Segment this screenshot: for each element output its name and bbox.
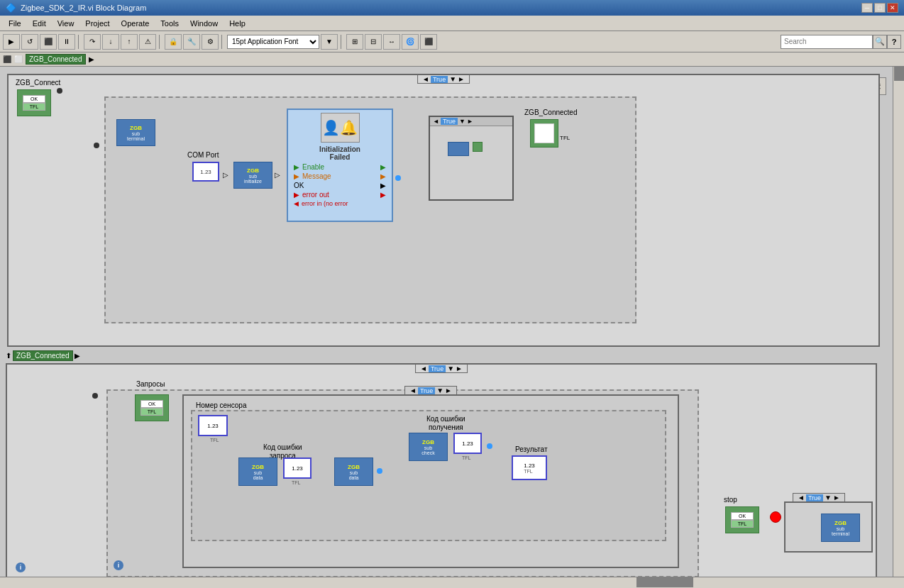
- step-out[interactable]: ↑: [121, 34, 138, 50]
- app-icon: 🔷: [6, 3, 16, 13]
- minimize-button[interactable]: ─: [861, 3, 873, 13]
- loop-upper: ◄ True ▼ ► ZGB_Connect OK TFL ZGB sub te…: [7, 74, 880, 347]
- sep1: [78, 35, 81, 49]
- tools-btn[interactable]: 🔧: [183, 34, 200, 50]
- menu-tools[interactable]: Tools: [155, 18, 184, 29]
- bc-home-icon[interactable]: ⬛: [3, 55, 11, 63]
- zgb-init-block[interactable]: ZGB sub initialize: [233, 162, 272, 189]
- menu-bar: File Edit View Project Operate Tools Win…: [0, 16, 904, 31]
- bc-lower-arrow: ▶: [75, 352, 80, 360]
- init-failed-message: ▶Message▶: [288, 172, 392, 181]
- pause-button[interactable]: ⏸: [58, 34, 75, 50]
- retain-btn[interactable]: 🔒: [165, 34, 182, 50]
- stop-ok: OK: [731, 512, 754, 520]
- close-button[interactable]: ✕: [887, 3, 898, 13]
- info-icon-inner: i: [114, 560, 123, 570]
- menu-view[interactable]: View: [52, 18, 80, 29]
- init-failed-icon-area: 👤🔔: [288, 113, 392, 143]
- tf-tri-left: ◄: [409, 387, 417, 394]
- bc-zgb-connected-upper[interactable]: ZGB_Connected: [26, 54, 86, 65]
- scrollbar-bottom[interactable]: [0, 577, 904, 588]
- case-true-badge[interactable]: True: [441, 118, 458, 125]
- true-frame-lower-header: ◄ True ▼ ►: [404, 386, 457, 395]
- sep3: [221, 35, 224, 49]
- align-btn[interactable]: ⊞: [346, 34, 363, 50]
- zgb-terminal-block[interactable]: ZGB sub terminal: [116, 119, 155, 146]
- menu-help[interactable]: Help: [224, 18, 251, 29]
- wire-node-upper-left: [94, 143, 99, 148]
- maximize-button[interactable]: □: [874, 3, 886, 13]
- step-over[interactable]: ↷: [84, 34, 101, 50]
- zgb-connected-block[interactable]: [530, 119, 558, 148]
- dist-btn[interactable]: ⊟: [365, 34, 382, 50]
- title-bar-controls[interactable]: ─ □ ✕: [861, 3, 898, 13]
- help-button[interactable]: ?: [887, 35, 901, 49]
- scrollbar-thumb-right[interactable]: [894, 67, 904, 81]
- result-block[interactable]: 1.23 TFL: [512, 455, 547, 480]
- scrollbar-thumb-bottom[interactable]: [636, 577, 693, 587]
- err-get-num-block[interactable]: 1.23: [453, 433, 482, 454]
- loop-upper-header: ◄ True ▼ ►: [417, 74, 470, 84]
- tf-tri-down: ▼: [436, 387, 443, 394]
- menu-project[interactable]: Project: [79, 18, 115, 29]
- run-cont-button[interactable]: ↺: [21, 34, 38, 50]
- menu-file[interactable]: File: [3, 18, 27, 29]
- search-button[interactable]: 🔍: [873, 35, 887, 49]
- true-badge-upper[interactable]: True: [431, 76, 448, 83]
- order-btn[interactable]: 🌀: [402, 34, 419, 50]
- zgb-check-block[interactable]: ZGB sub check: [409, 433, 448, 461]
- result-label: Результат: [515, 445, 547, 453]
- zgb-data-block[interactable]: ZGB sub data: [334, 457, 373, 486]
- init-failed-error-in: ◀error in (no error: [288, 199, 392, 208]
- sensor-num-block[interactable]: 1.23: [198, 415, 228, 436]
- zgb-connected-tfl: TFL: [560, 135, 570, 141]
- menu-edit[interactable]: Edit: [27, 18, 52, 29]
- init-failed-block[interactable]: 👤🔔 InitializationFailed ▶Enable▶ ▶Messag…: [287, 109, 393, 222]
- title-bar-left: 🔷 Zigbee_SDK_2_IR.vi Block Diagram: [6, 3, 146, 13]
- stop-true-header: ◄ True ▼ ►: [793, 493, 845, 502]
- stop-block[interactable]: OK TFL: [725, 506, 759, 533]
- font-drop[interactable]: ▼: [321, 34, 338, 50]
- wire-arrow-2: ▷: [275, 171, 280, 179]
- lower-true-badge[interactable]: True: [429, 365, 446, 372]
- run-button[interactable]: ▶: [3, 34, 20, 50]
- com-port-block[interactable]: 1.23: [192, 162, 219, 182]
- tri-right-icon: ►: [458, 75, 465, 83]
- config-btn[interactable]: ⚙: [202, 34, 219, 50]
- menu-window[interactable]: Window: [184, 18, 224, 29]
- zgb-connect-tfl: TFL: [23, 103, 45, 111]
- zgb-connect-ok: OK: [23, 95, 45, 103]
- inner-frame-lower: Запросы OK TFL ◄ True ▼ ►: [106, 389, 699, 577]
- abort-button[interactable]: ⬛: [40, 34, 57, 50]
- st-true-badge[interactable]: True: [806, 494, 823, 501]
- resize-btn[interactable]: ↔: [383, 34, 400, 50]
- tf-true-badge[interactable]: True: [418, 387, 435, 394]
- zgb-terminal-stop[interactable]: ZGB sub terminal: [821, 514, 860, 542]
- case-struct-upper[interactable]: ◄ True ▼ ►: [429, 116, 514, 201]
- bc-arrow-right: ▶: [89, 55, 94, 63]
- title-bar: 🔷 Zigbee_SDK_2_IR.vi Block Diagram ─ □ ✕: [0, 0, 904, 16]
- inner-frame-upper: ZGB sub terminal COM Port 1.23 ▷ ZGB sub…: [104, 96, 636, 323]
- st-tri-down: ▼: [825, 494, 832, 501]
- scrollbar-right[interactable]: [893, 67, 904, 588]
- err-get-label: Код ошибкиполучения: [426, 415, 465, 432]
- case-inner-green: [473, 142, 483, 152]
- case-struct-header[interactable]: ◄ True ▼ ►: [430, 117, 512, 126]
- zgb-data-req-block[interactable]: ZGB sub data: [238, 457, 277, 486]
- stop-true-frame: ◄ True ▼ ► ZGB sub terminal: [784, 501, 873, 553]
- font-selector[interactable]: 15pt Application Font: [227, 35, 319, 49]
- menu-operate[interactable]: Operate: [116, 18, 155, 29]
- case-tri-left: ◄: [433, 118, 439, 125]
- bc-lower-prefix: ⬆: [6, 352, 11, 360]
- warn-button[interactable]: ⚠: [139, 34, 156, 50]
- zgb-connect-label: ZGB_Connect: [16, 79, 60, 87]
- search-input[interactable]: [781, 35, 873, 49]
- zapros-block[interactable]: OK TFL: [135, 394, 169, 421]
- stop-tfl: TFL: [731, 520, 754, 528]
- case-tri-r2: ►: [467, 118, 473, 125]
- bc-zgb-connected-lower[interactable]: ZGB_Connected: [13, 350, 73, 361]
- zgb-connect-block[interactable]: OK TFL: [17, 89, 51, 116]
- step-into[interactable]: ↓: [102, 34, 119, 50]
- more-btn[interactable]: ⬛: [420, 34, 437, 50]
- err-req-num-block[interactable]: 1.23: [283, 457, 312, 479]
